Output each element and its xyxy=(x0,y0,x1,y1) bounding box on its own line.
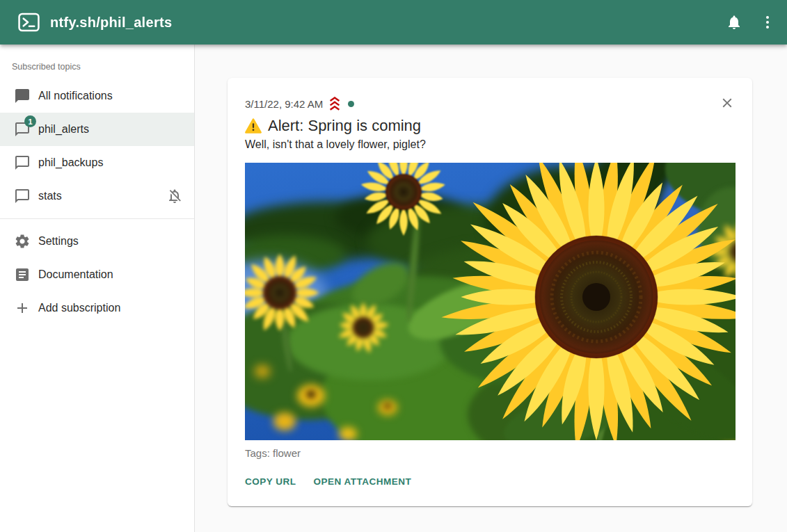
gear-icon xyxy=(14,233,31,250)
bell-off-icon xyxy=(166,188,183,204)
terminal-logo-icon xyxy=(18,13,40,32)
notification-tags: Tags: flower xyxy=(245,447,736,459)
sidebar: Subscribed topics All notifications 1 ph… xyxy=(0,45,195,532)
sidebar-item-label: Documentation xyxy=(38,268,113,281)
unread-dot-icon xyxy=(348,101,354,107)
open-attachment-button[interactable]: OPEN ATTACHMENT xyxy=(314,474,412,490)
sidebar-item-phil-alerts[interactable]: 1 phil_alerts xyxy=(0,113,194,146)
chat-bubble-icon: 1 xyxy=(14,121,31,138)
notification-body: Well, isn't that a lovely flower, piglet… xyxy=(245,138,736,151)
app-bar: ntfy.sh/phil_alerts xyxy=(0,0,787,45)
sidebar-item-phil-backups[interactable]: phil_backups xyxy=(0,146,194,179)
sidebar-item-label: Settings xyxy=(38,235,79,248)
sidebar-item-label: phil_backups xyxy=(38,156,103,169)
subscribed-topics-label: Subscribed topics xyxy=(0,62,194,79)
notification-title-text: Alert: Spring is coming xyxy=(268,116,421,136)
notification-meta: 3/11/22, 9:42 AM xyxy=(245,97,736,111)
sidebar-item-settings[interactable]: Settings xyxy=(0,225,194,258)
sidebar-item-label: Add subscription xyxy=(38,302,120,314)
unread-count-badge: 1 xyxy=(24,115,36,127)
sidebar-item-label: phil_alerts xyxy=(38,123,89,136)
warning-emoji-icon xyxy=(245,118,262,134)
bell-icon xyxy=(726,14,742,31)
app-title: ntfy.sh/phil_alerts xyxy=(50,15,172,31)
close-x-icon xyxy=(720,95,735,111)
notification-actions: COPY URL OPEN ATTACHMENT xyxy=(245,474,736,490)
sidebar-item-label: stats xyxy=(38,190,62,202)
close-notification-button[interactable] xyxy=(719,95,736,111)
main-content: 3/11/22, 9:42 AM Alert: Spring is coming xyxy=(196,45,787,532)
sidebar-item-stats[interactable]: stats xyxy=(0,179,194,213)
plus-icon xyxy=(14,300,31,316)
copy-url-button[interactable]: COPY URL xyxy=(245,474,296,490)
notification-title: Alert: Spring is coming xyxy=(245,116,736,136)
article-icon xyxy=(14,266,31,283)
overflow-menu-button[interactable] xyxy=(751,6,784,39)
notification-card: 3/11/22, 9:42 AM Alert: Spring is coming xyxy=(228,78,752,506)
sidebar-divider xyxy=(0,218,194,219)
notifications-bell-button[interactable] xyxy=(717,6,751,39)
priority-max-icon xyxy=(327,97,342,111)
notification-timestamp: 3/11/22, 9:42 AM xyxy=(245,98,323,110)
chat-bubble-icon xyxy=(14,188,31,204)
sidebar-item-add-subscription[interactable]: Add subscription xyxy=(0,291,194,325)
chat-bubble-filled-icon xyxy=(14,88,31,104)
sidebar-item-documentation[interactable]: Documentation xyxy=(0,258,194,291)
sidebar-item-all-notifications[interactable]: All notifications xyxy=(0,79,194,113)
sidebar-item-label: All notifications xyxy=(38,90,113,102)
kebab-menu-icon xyxy=(759,14,776,31)
attachment-image[interactable] xyxy=(245,163,736,440)
chat-bubble-icon xyxy=(14,154,31,171)
